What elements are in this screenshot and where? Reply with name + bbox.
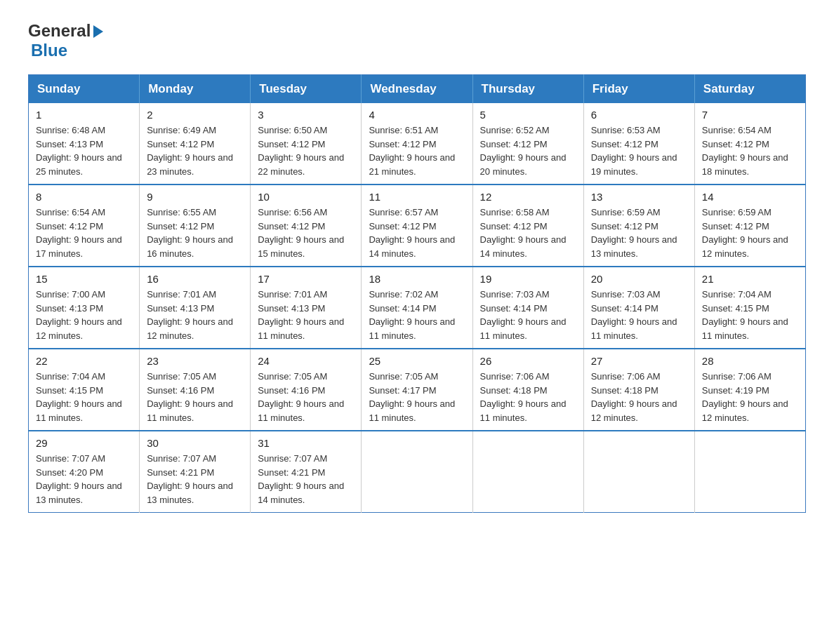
calendar-day-cell: 9Sunrise: 6:55 AMSunset: 4:12 PMDaylight… — [140, 185, 251, 267]
day-number: 2 — [147, 109, 243, 121]
day-number: 7 — [702, 109, 798, 121]
day-info: Sunrise: 7:04 AMSunset: 4:15 PMDaylight:… — [702, 288, 798, 342]
day-number: 16 — [147, 273, 243, 285]
day-info: Sunrise: 7:02 AMSunset: 4:14 PMDaylight:… — [369, 288, 465, 342]
calendar-day-cell: 4Sunrise: 6:51 AMSunset: 4:12 PMDaylight… — [362, 103, 472, 185]
calendar-day-cell — [362, 431, 472, 513]
calendar-day-cell: 10Sunrise: 6:56 AMSunset: 4:12 PMDayligh… — [251, 185, 362, 267]
calendar-day-cell: 14Sunrise: 6:59 AMSunset: 4:12 PMDayligh… — [694, 185, 805, 267]
day-number: 12 — [480, 191, 576, 203]
calendar-day-cell: 13Sunrise: 6:59 AMSunset: 4:12 PMDayligh… — [583, 185, 694, 267]
day-number: 6 — [591, 109, 687, 121]
calendar-day-cell — [694, 431, 805, 513]
calendar-day-cell: 27Sunrise: 7:06 AMSunset: 4:18 PMDayligh… — [583, 349, 694, 431]
day-number: 30 — [147, 437, 243, 449]
day-info: Sunrise: 6:54 AMSunset: 4:12 PMDaylight:… — [36, 206, 132, 260]
calendar-week-row: 8Sunrise: 6:54 AMSunset: 4:12 PMDaylight… — [29, 185, 806, 267]
day-info: Sunrise: 6:54 AMSunset: 4:12 PMDaylight:… — [702, 123, 798, 178]
day-number: 19 — [480, 273, 576, 285]
calendar-week-row: 29Sunrise: 7:07 AMSunset: 4:20 PMDayligh… — [29, 431, 806, 513]
calendar-day-cell: 16Sunrise: 7:01 AMSunset: 4:13 PMDayligh… — [140, 267, 251, 349]
day-info: Sunrise: 6:51 AMSunset: 4:12 PMDaylight:… — [369, 123, 465, 178]
day-number: 1 — [36, 109, 132, 121]
calendar-day-cell: 2Sunrise: 6:49 AMSunset: 4:12 PMDaylight… — [140, 103, 251, 185]
calendar-day-cell: 25Sunrise: 7:05 AMSunset: 4:17 PMDayligh… — [362, 349, 472, 431]
calendar-week-row: 15Sunrise: 7:00 AMSunset: 4:13 PMDayligh… — [29, 267, 806, 349]
day-number: 4 — [369, 109, 465, 121]
day-number: 17 — [258, 273, 354, 285]
day-info: Sunrise: 7:06 AMSunset: 4:18 PMDaylight:… — [591, 370, 687, 424]
day-number: 3 — [258, 109, 354, 121]
day-number: 21 — [702, 273, 798, 285]
day-info: Sunrise: 7:07 AMSunset: 4:20 PMDaylight:… — [36, 452, 132, 507]
day-number: 11 — [369, 191, 465, 203]
day-info: Sunrise: 6:55 AMSunset: 4:12 PMDaylight:… — [147, 206, 243, 260]
day-info: Sunrise: 7:05 AMSunset: 4:16 PMDaylight:… — [258, 370, 354, 424]
day-number: 27 — [591, 355, 687, 367]
day-info: Sunrise: 7:01 AMSunset: 4:13 PMDaylight:… — [147, 288, 243, 342]
day-info: Sunrise: 6:52 AMSunset: 4:12 PMDaylight:… — [480, 123, 576, 178]
calendar-day-cell: 6Sunrise: 6:53 AMSunset: 4:12 PMDaylight… — [583, 103, 694, 185]
calendar-day-cell: 24Sunrise: 7:05 AMSunset: 4:16 PMDayligh… — [251, 349, 362, 431]
calendar-day-cell: 28Sunrise: 7:06 AMSunset: 4:19 PMDayligh… — [694, 349, 805, 431]
logo-general-text: General — [28, 21, 91, 41]
day-info: Sunrise: 7:03 AMSunset: 4:14 PMDaylight:… — [591, 288, 687, 342]
calendar-table: SundayMondayTuesdayWednesdayThursdayFrid… — [28, 74, 806, 513]
day-number: 28 — [702, 355, 798, 367]
calendar-day-cell: 12Sunrise: 6:58 AMSunset: 4:12 PMDayligh… — [472, 185, 583, 267]
day-info: Sunrise: 7:05 AMSunset: 4:16 PMDaylight:… — [147, 370, 243, 424]
logo-blue-text: Blue — [31, 41, 67, 60]
calendar-day-cell: 15Sunrise: 7:00 AMSunset: 4:13 PMDayligh… — [29, 267, 140, 349]
weekday-header-tuesday: Tuesday — [251, 75, 362, 104]
day-number: 29 — [36, 437, 132, 449]
day-info: Sunrise: 6:53 AMSunset: 4:12 PMDaylight:… — [591, 123, 687, 178]
day-number: 23 — [147, 355, 243, 367]
day-info: Sunrise: 7:07 AMSunset: 4:21 PMDaylight:… — [258, 452, 354, 507]
day-info: Sunrise: 6:59 AMSunset: 4:12 PMDaylight:… — [702, 206, 798, 260]
weekday-header-row: SundayMondayTuesdayWednesdayThursdayFrid… — [29, 75, 806, 104]
weekday-header-sunday: Sunday — [29, 75, 140, 104]
day-info: Sunrise: 6:48 AMSunset: 4:13 PMDaylight:… — [36, 123, 132, 178]
calendar-day-cell: 7Sunrise: 6:54 AMSunset: 4:12 PMDaylight… — [694, 103, 805, 185]
day-number: 14 — [702, 191, 798, 203]
logo-arrow-icon — [93, 25, 103, 38]
day-info: Sunrise: 6:49 AMSunset: 4:12 PMDaylight:… — [147, 123, 243, 178]
day-number: 22 — [36, 355, 132, 367]
calendar-day-cell: 19Sunrise: 7:03 AMSunset: 4:14 PMDayligh… — [472, 267, 583, 349]
day-number: 13 — [591, 191, 687, 203]
calendar-day-cell: 30Sunrise: 7:07 AMSunset: 4:21 PMDayligh… — [140, 431, 251, 513]
day-number: 8 — [36, 191, 132, 203]
day-info: Sunrise: 6:56 AMSunset: 4:12 PMDaylight:… — [258, 206, 354, 260]
day-number: 26 — [480, 355, 576, 367]
day-info: Sunrise: 7:01 AMSunset: 4:13 PMDaylight:… — [258, 288, 354, 342]
day-number: 15 — [36, 273, 132, 285]
calendar-day-cell: 5Sunrise: 6:52 AMSunset: 4:12 PMDaylight… — [472, 103, 583, 185]
weekday-header-thursday: Thursday — [472, 75, 583, 104]
weekday-header-friday: Friday — [583, 75, 694, 104]
calendar-day-cell: 22Sunrise: 7:04 AMSunset: 4:15 PMDayligh… — [29, 349, 140, 431]
logo: General Blue — [28, 21, 103, 60]
day-number: 31 — [258, 437, 354, 449]
day-number: 9 — [147, 191, 243, 203]
calendar-day-cell: 3Sunrise: 6:50 AMSunset: 4:12 PMDaylight… — [251, 103, 362, 185]
day-info: Sunrise: 7:05 AMSunset: 4:17 PMDaylight:… — [369, 370, 465, 424]
calendar-day-cell: 23Sunrise: 7:05 AMSunset: 4:16 PMDayligh… — [140, 349, 251, 431]
weekday-header-monday: Monday — [140, 75, 251, 104]
calendar-day-cell: 18Sunrise: 7:02 AMSunset: 4:14 PMDayligh… — [362, 267, 472, 349]
weekday-header-wednesday: Wednesday — [362, 75, 472, 104]
day-info: Sunrise: 7:03 AMSunset: 4:14 PMDaylight:… — [480, 288, 576, 342]
calendar-day-cell: 31Sunrise: 7:07 AMSunset: 4:21 PMDayligh… — [251, 431, 362, 513]
calendar-day-cell: 20Sunrise: 7:03 AMSunset: 4:14 PMDayligh… — [583, 267, 694, 349]
calendar-day-cell: 29Sunrise: 7:07 AMSunset: 4:20 PMDayligh… — [29, 431, 140, 513]
day-info: Sunrise: 7:00 AMSunset: 4:13 PMDaylight:… — [36, 288, 132, 342]
day-info: Sunrise: 7:04 AMSunset: 4:15 PMDaylight:… — [36, 370, 132, 424]
calendar-day-cell — [583, 431, 694, 513]
day-number: 10 — [258, 191, 354, 203]
calendar-day-cell: 11Sunrise: 6:57 AMSunset: 4:12 PMDayligh… — [362, 185, 472, 267]
calendar-day-cell: 1Sunrise: 6:48 AMSunset: 4:13 PMDaylight… — [29, 103, 140, 185]
day-info: Sunrise: 6:50 AMSunset: 4:12 PMDaylight:… — [258, 123, 354, 178]
day-info: Sunrise: 6:59 AMSunset: 4:12 PMDaylight:… — [591, 206, 687, 260]
day-number: 24 — [258, 355, 354, 367]
weekday-header-saturday: Saturday — [694, 75, 805, 104]
day-info: Sunrise: 7:07 AMSunset: 4:21 PMDaylight:… — [147, 452, 243, 507]
